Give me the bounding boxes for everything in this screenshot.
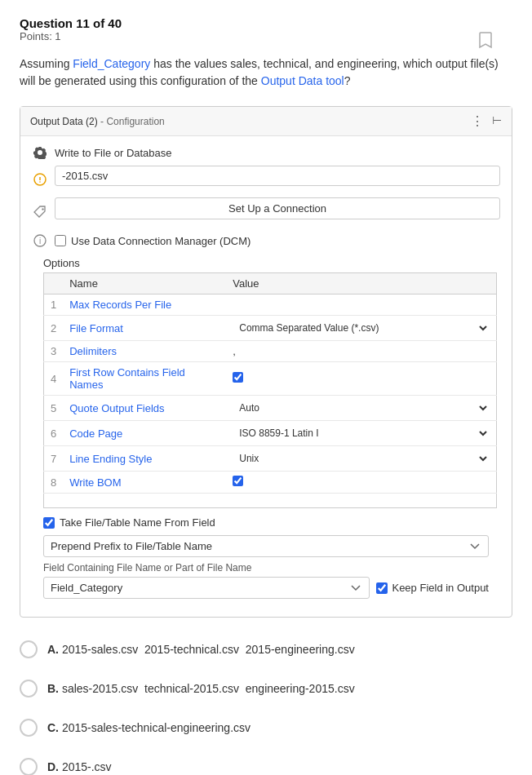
config-panel: Output Data (2) - Configuration ⋮ ⊢ Writ… [20, 106, 512, 618]
setup-connection-btn[interactable]: Set Up a Connection [55, 197, 500, 219]
radio-c[interactable] [20, 719, 38, 737]
take-field-label: Take File/Table Name From Field [60, 516, 215, 529]
quote-output-select[interactable]: Auto [233, 400, 490, 416]
line-ending-select[interactable]: Unix [233, 450, 490, 467]
bookmark-icon[interactable] [478, 31, 493, 53]
prepend-select[interactable]: Prepend Prefix to File/Table Name [43, 535, 489, 557]
options-table: Name Value 1 Max Records Per File 2 File… [43, 272, 497, 508]
take-field-row: Take File/Table Name From Field [43, 516, 489, 529]
gear-icon [32, 144, 48, 161]
question-points: Points: 1 [20, 30, 512, 42]
field-row: Field_Category Keep Field in Output [43, 577, 489, 599]
answer-choice-a: A. 2015-sales.csv 2015-technical.csv 201… [20, 640, 512, 658]
write-label: Write to File or Database [55, 147, 172, 159]
question-title: Question 11 of 40 [20, 16, 512, 30]
dcm-label: Use Data Connection Manager (DCM) [71, 235, 250, 247]
table-row: 1 Max Records Per File [44, 294, 497, 316]
answer-text-a: A. 2015-sales.csv 2015-technical.csv 201… [47, 643, 355, 656]
pin-icon[interactable]: ⊢ [492, 113, 502, 129]
answer-choice-c: C. 2015-sales-technical-engineering.csv [20, 719, 512, 737]
more-options-icon[interactable]: ⋮ [471, 113, 484, 129]
circle-icon [32, 171, 48, 188]
options-title: Options [43, 257, 497, 269]
radio-d[interactable] [20, 758, 38, 775]
answer-choice-b: B. sales-2015.csv technical-2015.csv eng… [20, 680, 512, 698]
svg-text:i: i [39, 237, 41, 246]
table-row: 6 Code Page ISO 8859-1 Latin I [44, 421, 497, 446]
prepend-dropdown-row[interactable]: Prepend Prefix to File/Table Name [43, 535, 489, 557]
svg-point-2 [39, 181, 41, 183]
answers-section: A. 2015-sales.csv 2015-technical.csv 201… [20, 640, 512, 775]
field-containing-label: Field Containing File Name or Part of Fi… [43, 562, 489, 574]
radio-b[interactable] [20, 680, 38, 698]
field-category-select[interactable]: Field_Category [43, 577, 370, 599]
question-header: Question 11 of 40 Points: 1 [20, 16, 512, 42]
write-bom-checkbox[interactable] [233, 476, 243, 486]
keep-field-checkbox[interactable] [376, 582, 388, 594]
answer-choice-d: D. 2015-.csv [20, 758, 512, 775]
first-row-checkbox[interactable] [233, 372, 243, 383]
table-row: 7 Line Ending Style Unix [44, 446, 497, 472]
table-row: 4 First Row Contains Field Names [44, 362, 497, 396]
tag-icon [32, 204, 48, 220]
config-title: Output Data (2) - Configuration [30, 115, 165, 127]
question-text: Assuming Field_Category has the values s… [20, 55, 512, 90]
answer-text-b: B. sales-2015.csv technical-2015.csv eng… [47, 682, 355, 695]
file-input[interactable] [55, 166, 500, 186]
radio-a[interactable] [20, 640, 38, 658]
table-row: 2 File Format Comma Separated Value (*.c… [44, 316, 497, 341]
table-row: 5 Quote Output Fields Auto [44, 396, 497, 421]
info-icon: i [32, 232, 48, 249]
dcm-checkbox[interactable] [55, 235, 66, 246]
table-row: 8 Write BOM [44, 472, 497, 494]
spacer-row [44, 494, 497, 508]
table-row: 3 Delimiters , [44, 341, 497, 362]
code-page-select[interactable]: ISO 8859-1 Latin I [233, 425, 490, 441]
svg-point-3 [42, 208, 43, 210]
keep-field-label: Keep Field in Output [392, 582, 489, 594]
answer-text-d: D. 2015-.csv [47, 760, 112, 773]
take-field-checkbox[interactable] [43, 517, 55, 529]
file-format-select[interactable]: Comma Separated Value (*.csv) [233, 320, 490, 336]
answer-text-c: C. 2015-sales-technical-engineering.csv [47, 721, 250, 734]
